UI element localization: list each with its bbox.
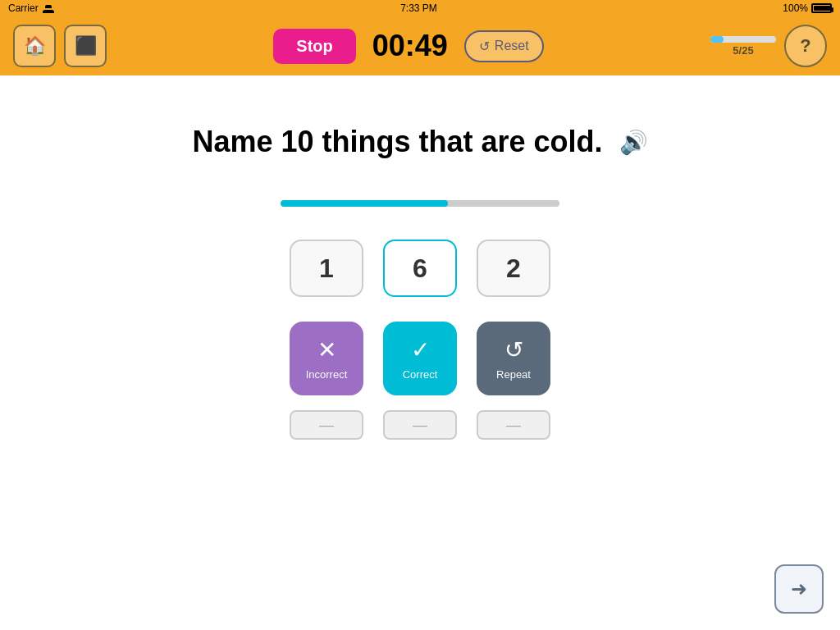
number-button-1[interactable]: 1 bbox=[290, 240, 363, 297]
correct-button[interactable]: ✓ Correct bbox=[383, 322, 457, 395]
next-icon: ➜ bbox=[791, 578, 807, 600]
home-icon: 🏠 bbox=[24, 35, 46, 57]
carrier-info: Carrier bbox=[8, 2, 55, 14]
stop-square-button[interactable]: ⬛ bbox=[64, 25, 107, 67]
timer-display: 00:49 bbox=[372, 29, 448, 63]
progress-text: 5/25 bbox=[733, 44, 753, 57]
help-icon: ? bbox=[800, 35, 810, 57]
stop-square-icon: ⬛ bbox=[75, 35, 97, 57]
wifi-icon bbox=[42, 3, 55, 13]
battery-percent: 100% bbox=[783, 2, 808, 14]
home-button[interactable]: 🏠 bbox=[13, 25, 56, 67]
repeat-icon: ↺ bbox=[504, 336, 523, 363]
main-content: Name 10 things that are cold. 🔊 1 6 2 ✕ … bbox=[0, 75, 840, 630]
question-text: Name 10 things that are cold. bbox=[192, 125, 602, 159]
minus-icon-3: — bbox=[506, 417, 521, 434]
minus-icon-2: — bbox=[413, 417, 427, 434]
stop-button[interactable]: Stop bbox=[273, 29, 355, 64]
toolbar-right: 5/25 ? bbox=[710, 25, 827, 67]
minus-button-2[interactable]: — bbox=[383, 410, 457, 440]
incorrect-button[interactable]: ✕ Incorrect bbox=[290, 322, 363, 395]
toolbar-left: 🏠 ⬛ bbox=[13, 25, 107, 67]
minus-button-1[interactable]: — bbox=[290, 410, 363, 440]
minus-row: — — — bbox=[290, 410, 550, 440]
correct-label: Correct bbox=[403, 368, 438, 381]
toolbar-center: Stop 00:49 ↺ Reset bbox=[273, 29, 543, 64]
question-row: Name 10 things that are cold. 🔊 bbox=[0, 125, 840, 159]
status-bar: Carrier 7:33 PM 100% bbox=[0, 0, 840, 16]
reset-label: Reset bbox=[495, 39, 529, 53]
progress-fill-top bbox=[710, 36, 724, 43]
progress-area: 5/25 bbox=[710, 36, 776, 57]
number-row: 1 6 2 bbox=[290, 240, 550, 297]
incorrect-label: Incorrect bbox=[306, 368, 348, 381]
battery-fill bbox=[814, 6, 832, 11]
carrier-text: Carrier bbox=[8, 2, 39, 14]
minus-button-3[interactable]: — bbox=[477, 410, 550, 440]
action-row: ✕ Incorrect ✓ Correct ↺ Repeat bbox=[290, 322, 550, 395]
main-progress-bar bbox=[281, 200, 559, 207]
progress-bar-top bbox=[710, 36, 776, 43]
status-right: 100% bbox=[783, 2, 832, 14]
number-button-2[interactable]: 2 bbox=[477, 240, 550, 297]
main-progress-fill bbox=[281, 200, 448, 207]
toolbar: 🏠 ⬛ Stop 00:49 ↺ Reset 5/25 ? bbox=[0, 16, 840, 75]
correct-icon: ✓ bbox=[411, 336, 430, 363]
reset-button[interactable]: ↺ Reset bbox=[464, 30, 544, 62]
next-button[interactable]: ➜ bbox=[774, 564, 824, 614]
repeat-label: Repeat bbox=[496, 368, 531, 381]
time-display: 7:33 PM bbox=[400, 2, 437, 14]
help-button[interactable]: ? bbox=[784, 25, 827, 67]
battery-icon bbox=[811, 3, 832, 13]
number-button-6[interactable]: 6 bbox=[383, 240, 457, 297]
minus-icon-1: — bbox=[319, 417, 334, 434]
speaker-button[interactable]: 🔊 bbox=[619, 129, 648, 156]
incorrect-icon: ✕ bbox=[317, 336, 336, 363]
repeat-button[interactable]: ↺ Repeat bbox=[477, 322, 550, 395]
reset-icon: ↺ bbox=[479, 39, 490, 54]
